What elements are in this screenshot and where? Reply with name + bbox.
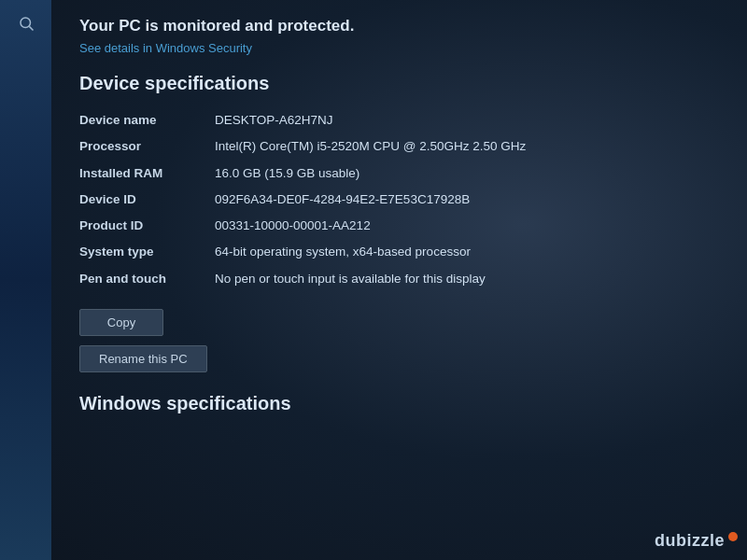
security-banner: Your PC is monitored and protected. See … xyxy=(79,17,719,56)
spec-value: 16.0 GB (15.9 GB usable) xyxy=(215,161,719,187)
sidebar xyxy=(0,0,51,560)
specs-table: Device nameDESKTOP-A62H7NJProcessorIntel… xyxy=(79,107,719,292)
table-row: Installed RAM16.0 GB (15.9 GB usable) xyxy=(79,161,719,187)
svg-line-1 xyxy=(29,26,33,30)
device-specs-title: Device specifications xyxy=(79,73,719,94)
spec-label: Device name xyxy=(79,107,215,133)
table-row: System type64-bit operating system, x64-… xyxy=(79,239,719,265)
spec-label: Pen and touch xyxy=(79,266,215,292)
table-row: Product ID00331-10000-00001-AA212 xyxy=(79,213,719,239)
table-row: ProcessorIntel(R) Core(TM) i5-2520M CPU … xyxy=(79,133,719,160)
dubizzle-text: dubizzle xyxy=(655,531,725,551)
security-link[interactable]: See details in Windows Security xyxy=(79,41,252,55)
copy-button[interactable]: Copy xyxy=(79,309,163,336)
spec-label: Processor xyxy=(79,133,215,160)
button-row: Copy Rename this PC xyxy=(79,309,719,372)
spec-label: Installed RAM xyxy=(79,161,215,187)
main-content: Your PC is monitored and protected. See … xyxy=(51,0,747,560)
spec-value: No pen or touch input is available for t… xyxy=(215,266,719,292)
table-row: Device ID092F6A34-DE0F-4284-94E2-E7E53C1… xyxy=(79,187,719,213)
spec-value: 092F6A34-DE0F-4284-94E2-E7E53C17928B xyxy=(215,187,719,213)
rename-pc-button[interactable]: Rename this PC xyxy=(79,345,207,372)
dubizzle-dot xyxy=(728,532,738,541)
spec-label: Product ID xyxy=(79,213,215,239)
spec-label: Device ID xyxy=(79,187,215,213)
spec-value: 00331-10000-00001-AA212 xyxy=(215,213,719,239)
table-row: Device nameDESKTOP-A62H7NJ xyxy=(79,107,719,133)
svg-point-0 xyxy=(21,18,31,28)
windows-specs-title: Windows specifications xyxy=(79,393,719,414)
spec-value: DESKTOP-A62H7NJ xyxy=(215,107,719,133)
spec-value: Intel(R) Core(TM) i5-2520M CPU @ 2.50GHz… xyxy=(215,133,719,160)
table-row: Pen and touchNo pen or touch input is av… xyxy=(79,266,719,292)
spec-label: System type xyxy=(79,239,215,265)
search-icon[interactable] xyxy=(7,5,45,42)
security-title: Your PC is monitored and protected. xyxy=(79,17,719,35)
dubizzle-watermark: dubizzle xyxy=(655,531,738,551)
spec-value: 64-bit operating system, x64-based proce… xyxy=(215,239,719,265)
